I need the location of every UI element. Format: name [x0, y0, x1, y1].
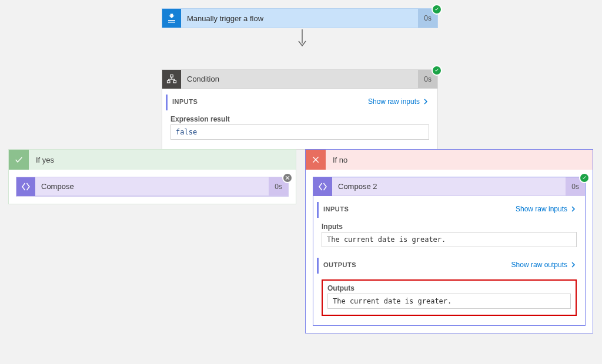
svg-rect-1 [170, 75, 173, 77]
compose2-card[interactable]: Compose 2 0s INPUTS Show raw inputs Inpu… [313, 177, 586, 326]
trigger-title: Manually trigger a flow [181, 14, 418, 23]
branch-no-label: If no [326, 156, 347, 164]
branch-yes-body: Compose 0s [9, 170, 296, 204]
compose2-header[interactable]: Compose 2 0s [313, 177, 585, 196]
compose2-outputs-highlight: Outputs The current date is greater. [322, 279, 577, 316]
status-badge-success [432, 4, 442, 15]
compose2-outputs-section-label: OUTPUTS [323, 261, 356, 268]
branch-yes: If yes Compose 0s [8, 149, 296, 204]
compose2-inputs-section-label: INPUTS [323, 205, 349, 213]
compose-icon [313, 177, 332, 196]
expression-result-value: false [170, 124, 429, 140]
branch-yes-label: If yes [29, 156, 54, 164]
flow-arrow-icon [297, 29, 307, 47]
compose-title: Compose [35, 182, 269, 191]
branch-no-body: Compose 2 0s INPUTS Show raw inputs Inpu… [306, 170, 593, 333]
status-badge-skipped [282, 173, 293, 183]
compose-icon [16, 177, 35, 196]
compose2-inputs-label: Inputs [322, 223, 577, 231]
trigger-card[interactable]: Manually trigger a flow 0s [162, 8, 438, 28]
compose2-outputs-value: The current date is greater. [327, 294, 571, 309]
show-raw-inputs-link[interactable]: Show raw inputs [516, 205, 577, 213]
trigger-icon [162, 9, 181, 28]
condition-header[interactable]: Condition 0s [162, 70, 437, 89]
condition-body: INPUTS Show raw inputs Expression result… [162, 89, 437, 149]
compose2-title: Compose 2 [332, 182, 566, 191]
show-raw-outputs-label: Show raw outputs [511, 261, 567, 269]
trigger-header[interactable]: Manually trigger a flow 0s [162, 9, 437, 28]
show-raw-inputs-label: Show raw inputs [368, 97, 420, 106]
compose2-outputs-label: Outputs [327, 284, 571, 292]
condition-icon [162, 70, 181, 89]
status-badge-success [579, 173, 590, 183]
svg-rect-4 [168, 80, 170, 83]
chevron-right-icon [422, 98, 429, 105]
status-badge-success [432, 65, 442, 76]
branch-no: If no Compose 2 0s INPUTS Show raw input… [305, 149, 593, 333]
compose2-inputs-value: The current date is greater. [322, 232, 577, 247]
show-raw-inputs-link[interactable]: Show raw inputs [368, 97, 429, 106]
compose2-inputs-section-header: INPUTS Show raw inputs [317, 202, 577, 218]
chevron-right-icon [570, 205, 577, 213]
inputs-section-header: INPUTS Show raw inputs [166, 95, 429, 110]
condition-title: Condition [181, 75, 418, 83]
show-raw-inputs-label: Show raw inputs [516, 205, 567, 213]
svg-rect-5 [173, 80, 176, 83]
condition-card[interactable]: Condition 0s INPUTS Show raw inputs Expr… [162, 69, 438, 150]
compose-header[interactable]: Compose 0s [16, 177, 288, 196]
expression-result-label: Expression result [170, 115, 429, 123]
compose-card[interactable]: Compose 0s [16, 177, 289, 197]
branch-yes-header[interactable]: If yes [9, 150, 296, 170]
close-icon [306, 150, 326, 170]
inputs-section-label: INPUTS [172, 98, 198, 105]
show-raw-outputs-link[interactable]: Show raw outputs [511, 261, 577, 269]
chevron-right-icon [570, 261, 577, 268]
compose2-outputs-section-header: OUTPUTS Show raw outputs [317, 258, 577, 274]
branch-no-header[interactable]: If no [306, 150, 593, 170]
check-icon [9, 150, 29, 170]
compose2-body: INPUTS Show raw inputs Inputs The curren… [313, 196, 585, 325]
